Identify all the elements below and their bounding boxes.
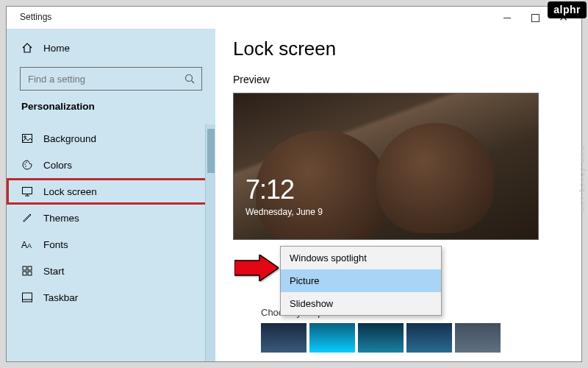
sidebar-nav: Background Colors Lock screen Themes (7, 125, 215, 311)
svg-marker-18 (234, 255, 279, 281)
svg-point-6 (25, 166, 26, 167)
svg-text:A: A (21, 240, 27, 250)
taskbar-icon (21, 291, 33, 303)
preview-label: Preview (233, 74, 564, 85)
svg-rect-7 (23, 188, 32, 194)
search-input[interactable] (28, 74, 184, 85)
background-dropdown[interactable]: Windows spotlight Picture Slideshow (280, 246, 442, 316)
dropdown-option-slideshow[interactable]: Slideshow (281, 292, 441, 315)
svg-rect-13 (28, 266, 32, 270)
settings-window: Settings ✕ Home Pers (6, 6, 582, 362)
sidebar-item-label: Taskbar (43, 292, 78, 303)
sidebar-item-label: Fonts (43, 239, 68, 250)
sidebar: Home Personalization Background (7, 29, 215, 361)
svg-rect-15 (28, 272, 32, 275)
home-icon (21, 42, 33, 54)
palette-icon (21, 159, 33, 171)
sidebar-item-label: Lock screen (43, 186, 97, 197)
brush-icon (21, 212, 33, 224)
sidebar-home-label: Home (43, 43, 70, 54)
page-title: Lock screen (233, 38, 564, 60)
lock-screen-preview: 7:12 Wednesday, June 9 (233, 93, 539, 240)
font-icon: AA (21, 238, 33, 250)
monitor-icon (21, 185, 33, 197)
start-icon (21, 265, 33, 277)
preview-clock: 7:12 Wednesday, June 9 (245, 174, 323, 217)
sidebar-item-lock-screen[interactable]: Lock screen (7, 178, 215, 205)
search-box[interactable] (20, 67, 202, 91)
sidebar-item-fonts[interactable]: AA Fonts (7, 231, 215, 258)
sidebar-item-themes[interactable]: Themes (7, 205, 215, 231)
app-title: Settings (20, 12, 51, 22)
sidebar-item-taskbar[interactable]: Taskbar (7, 284, 215, 311)
sidebar-item-start[interactable]: Start (7, 258, 215, 284)
dropdown-option-picture[interactable]: Picture (281, 269, 441, 292)
minimize-button[interactable] (493, 8, 521, 27)
picture-thumbnail[interactable] (261, 323, 306, 353)
dropdown-option-spotlight[interactable]: Windows spotlight (281, 247, 441, 269)
sidebar-item-label: Colors (43, 160, 72, 171)
svg-rect-14 (23, 272, 26, 275)
picture-thumbnails (261, 323, 501, 353)
preview-image-content (376, 123, 494, 233)
titlebar: ✕ (7, 7, 581, 29)
svg-point-0 (186, 75, 193, 82)
picture-thumbnail[interactable] (406, 323, 452, 353)
picture-thumbnail[interactable] (309, 323, 355, 353)
sidebar-item-background[interactable]: Background (7, 125, 215, 152)
watermark-url: www.deuaq.com (579, 146, 587, 213)
svg-point-5 (26, 162, 27, 163)
preview-date: Wednesday, June 9 (245, 207, 323, 217)
picture-thumbnail[interactable] (455, 323, 501, 353)
sidebar-scrollbar[interactable] (205, 124, 215, 361)
svg-text:A: A (27, 242, 32, 250)
sidebar-category: Personalization (7, 101, 215, 119)
svg-rect-16 (23, 293, 32, 302)
picture-thumbnail[interactable] (358, 323, 404, 353)
preview-time: 7:12 (245, 174, 323, 205)
watermark-logo: alphr (548, 1, 587, 18)
search-icon (184, 73, 196, 85)
sidebar-home[interactable]: Home (7, 35, 215, 61)
sidebar-item-label: Start (43, 266, 65, 277)
svg-point-4 (24, 163, 26, 165)
maximize-button[interactable] (521, 8, 549, 27)
sidebar-item-label: Themes (43, 213, 79, 224)
svg-line-1 (192, 81, 195, 84)
svg-rect-12 (23, 266, 26, 270)
picture-icon (21, 132, 33, 144)
svg-point-3 (24, 136, 26, 138)
sidebar-item-colors[interactable]: Colors (7, 152, 215, 178)
sidebar-item-label: Background (43, 133, 96, 144)
annotation-arrow-icon (234, 255, 279, 284)
